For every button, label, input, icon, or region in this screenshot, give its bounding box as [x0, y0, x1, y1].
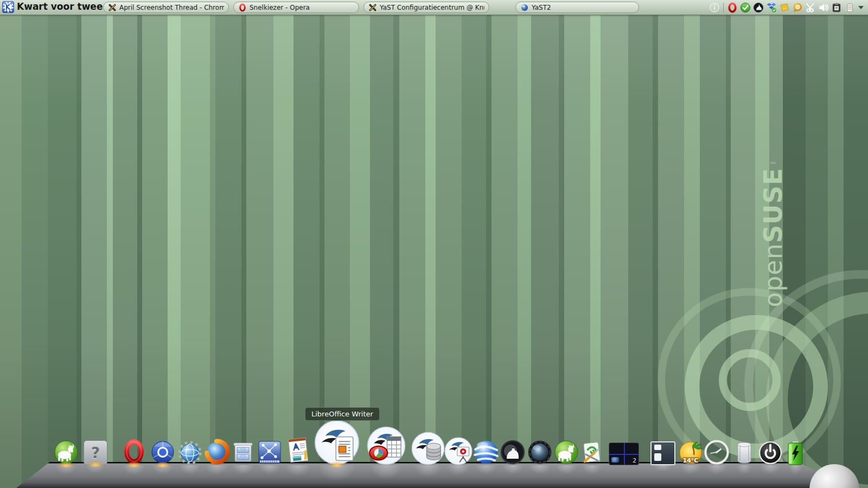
dropbox-icon[interactable] — [766, 2, 777, 13]
dock-item-window-list[interactable] — [650, 441, 675, 465]
blue-sphere-icon — [520, 3, 529, 12]
dock-item-amule[interactable] — [53, 439, 79, 465]
brand-open: open — [758, 243, 788, 307]
notes-icon[interactable] — [779, 2, 790, 13]
weather-temperature: 14°C — [678, 457, 704, 464]
tray-separator — [723, 3, 724, 12]
pager-divider-v — [624, 443, 625, 465]
opensuse-branding: openSUSE™ — [761, 155, 786, 307]
dock-item-openoffice-base[interactable] — [411, 432, 445, 465]
dock-item-opera[interactable] — [120, 438, 148, 465]
dock-item-analog-clock[interactable] — [704, 439, 730, 465]
brand-trademark: ™ — [768, 155, 778, 165]
system-tray — [709, 0, 867, 15]
battery-tray-icon[interactable] — [844, 2, 855, 13]
dock-item-trash[interactable] — [735, 440, 754, 465]
dock-item-network-places[interactable] — [257, 439, 283, 465]
pager-desktop-number: 2 — [633, 457, 636, 464]
dock-item-yast-control-center[interactable] — [579, 440, 604, 465]
clipboard-icon[interactable] — [831, 2, 842, 13]
dock-item-amule-alt[interactable] — [553, 439, 579, 465]
dock-item-openoffice-impress[interactable] — [444, 437, 473, 465]
dock-item-shutdown[interactable] — [758, 440, 783, 465]
taskbar-button-chromium[interactable]: April Screenshot Thread - Chromium — [103, 2, 229, 13]
amarok-wolf-icon[interactable] — [753, 2, 764, 13]
task-label: YaST2 — [532, 4, 551, 11]
task-label: YaST Configuratiecentrum @ Knurpht L — [380, 4, 484, 11]
dock-item-chromium[interactable] — [150, 439, 176, 465]
dock-item-libreoffice-writer[interactable] — [314, 420, 360, 465]
task-label: Snelkiezer - Opera — [250, 4, 310, 11]
yast-wrench-x-icon — [368, 3, 377, 12]
yast-wrench-x-icon — [108, 3, 117, 12]
update-ok-icon[interactable] — [740, 2, 751, 13]
dock-item-firefox[interactable] — [203, 438, 230, 465]
dock-shelf — [16, 462, 852, 488]
brand-suse: SUSE — [758, 168, 788, 243]
dock-tooltip: LibreOffice Writer — [305, 407, 380, 421]
question-mark: ? — [91, 444, 100, 462]
volume-icon[interactable] — [818, 2, 829, 13]
dock-item-amarok[interactable] — [500, 439, 526, 465]
tray-expander-arrow[interactable] — [858, 6, 864, 9]
dock-item-battery[interactable] — [787, 440, 803, 465]
window-list-block — [654, 453, 661, 461]
taskbar-button-opera[interactable]: Snelkiezer - Opera — [233, 2, 359, 13]
dock-item-file-cabinet[interactable] — [230, 439, 256, 465]
fuzzy-clock[interactable]: Kwart voor twee — [17, 1, 103, 12]
dock-item-desktop-pager[interactable]: 2 — [609, 442, 639, 465]
dock-item-konqueror[interactable] — [177, 440, 202, 465]
dock-item-unknown-app[interactable]: ? — [84, 440, 107, 465]
pager-desktop-thumbnail — [611, 457, 619, 463]
dock-item-media-player-sphere[interactable] — [527, 439, 553, 465]
dock-item-weather[interactable]: 14°C — [678, 439, 704, 465]
top-panel: Kwart voor twee April Screenshot Thread … — [0, 0, 868, 15]
dock-item-text-document[interactable] — [283, 435, 313, 465]
desktop-wallpaper: openSUSE™ — [0, 0, 868, 488]
info-icon[interactable] — [709, 2, 720, 13]
opera-tray-icon[interactable] — [727, 2, 738, 13]
taskbar-button-yast2[interactable]: YaST2 — [515, 2, 639, 13]
kde-gear-k-icon — [2, 5, 14, 15]
dock-item-google-earth[interactable] — [473, 439, 499, 465]
messenger-icon[interactable] — [792, 2, 803, 13]
task-label: April Screenshot Thread - Chromium — [119, 4, 224, 11]
opera-icon — [238, 3, 247, 12]
taskbar-button-yast-config[interactable]: YaST Configuratiecentrum @ Knurpht L — [363, 2, 489, 13]
dock-item-openoffice-calc[interactable] — [367, 426, 406, 465]
klipper-scissors-icon[interactable] — [805, 2, 816, 13]
kde-menu-button[interactable] — [2, 1, 14, 13]
